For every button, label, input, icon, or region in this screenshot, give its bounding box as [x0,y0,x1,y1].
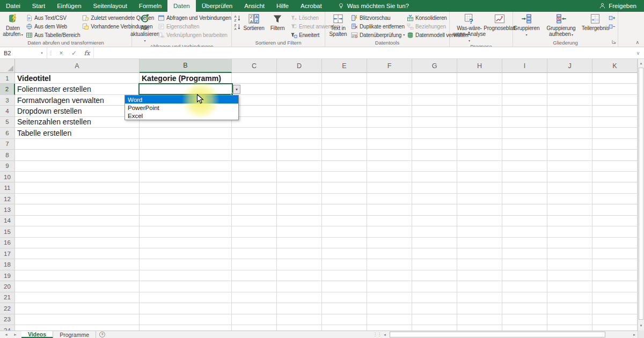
cell-K23[interactable] [592,314,638,325]
cell-F23[interactable] [367,314,412,325]
cell-E15[interactable] [322,226,367,237]
menu-tab-ansicht[interactable]: Ansicht [238,0,270,12]
name-box[interactable]: B2 ▼ [0,47,47,58]
column-header-E[interactable]: E [322,59,367,73]
cell-C14[interactable] [232,216,277,226]
cell-D23[interactable] [277,314,322,325]
cell-J22[interactable] [547,303,592,314]
ribbon-button-sort-ascending[interactable]: AZ [233,13,242,22]
ribbon-button-forecast-sheet[interactable]: Prognoseblatt [488,12,511,31]
formula-input[interactable] [93,47,632,58]
cell-C11[interactable] [232,182,277,193]
cell-C15[interactable] [232,226,277,237]
cell-B9[interactable] [140,161,232,172]
cell-C23[interactable] [232,314,277,325]
scroll-up-icon[interactable]: ▲ [638,59,644,67]
cell-H4[interactable] [457,106,502,116]
ribbon-button-refresh-all[interactable]: Alle aktualisieren ▾ [133,12,157,43]
cell-D4[interactable] [277,106,322,116]
ribbon-button-ungroup[interactable]: Gruppierung aufheben ▾ [539,12,583,37]
cell-C16[interactable] [232,238,277,248]
cell-E9[interactable] [322,161,367,172]
tab-scroll-splitter[interactable]: ⋮⋮ [375,331,380,338]
cell-F21[interactable] [367,292,412,303]
cell-G1[interactable] [412,73,457,84]
cell-E7[interactable] [322,139,367,150]
cell-B19[interactable] [140,270,232,281]
cell-K20[interactable] [592,281,638,292]
cell-G11[interactable] [412,182,457,193]
cell-C22[interactable] [232,303,277,314]
cell-D11[interactable] [277,182,322,193]
cell-J13[interactable] [547,204,592,215]
cell-F18[interactable] [367,259,412,270]
cell-B6[interactable] [140,128,232,138]
cell-I2[interactable] [502,84,547,94]
cell-K18[interactable] [592,259,638,270]
menu-tab-seitenlayout[interactable]: Seitenlayout [87,0,133,12]
cell-F6[interactable] [367,128,412,138]
tell-me-box[interactable]: Was möchten Sie tun? [332,0,414,12]
cell-J14[interactable] [547,216,592,226]
row-header-24[interactable]: 24 [0,325,15,330]
cell-K14[interactable] [592,216,638,226]
vertical-scrollbar-thumb[interactable] [639,68,643,320]
cell-E5[interactable] [322,117,367,128]
cell-F2[interactable] [367,84,412,94]
cell-H21[interactable] [457,292,502,303]
cell-H11[interactable] [457,182,502,193]
cell-H17[interactable] [457,248,502,259]
cell-J21[interactable] [547,292,592,303]
dialog-launcher-icon[interactable] [612,39,616,45]
row-header-20[interactable]: 20 [0,281,15,292]
cell-H5[interactable] [457,117,502,128]
cell-A17[interactable] [15,248,140,259]
cell-G9[interactable] [412,161,457,172]
cell-A7[interactable] [15,139,140,150]
cell-H6[interactable] [457,128,502,138]
ribbon-button-filter[interactable]: Filtern [266,12,289,31]
cell-I24[interactable] [502,325,547,330]
cell-I9[interactable] [502,161,547,172]
cell-F15[interactable] [367,226,412,237]
cell-H24[interactable] [457,325,502,330]
cell-J7[interactable] [547,139,592,150]
ribbon-button-data-validation[interactable]: Datenüberprüfung▾ [350,31,406,39]
cell-F24[interactable] [367,325,412,330]
cell-A5[interactable]: Seitenzahlen erstellen [15,117,140,128]
column-header-G[interactable]: G [412,59,457,73]
cell-F5[interactable] [367,117,412,128]
hscroll-left-icon[interactable]: ◄ [382,331,388,338]
cell-J17[interactable] [547,248,592,259]
cell-D17[interactable] [277,248,322,259]
cell-A9[interactable] [15,161,140,172]
cell-J18[interactable] [547,259,592,270]
cell-G7[interactable] [412,139,457,150]
column-header-F[interactable]: F [367,59,412,73]
enter-icon[interactable]: ✓ [68,47,80,58]
row-header-6[interactable]: 6 [0,128,15,138]
cell-K13[interactable] [592,204,638,215]
ribbon-button-from-table-range[interactable]: Aus Tabelle/Bereich [25,31,81,39]
column-header-I[interactable]: I [502,59,547,73]
cell-I20[interactable] [502,281,547,292]
cell-I4[interactable] [502,106,547,116]
hscroll-right-icon[interactable]: ► [631,331,638,338]
ribbon-button-from-text-csv[interactable]: Aus Text/CSV [25,13,81,22]
dropdown-item-excel[interactable]: Excel [125,112,238,120]
cell-E18[interactable] [322,259,367,270]
cell-H9[interactable] [457,161,502,172]
cell-E6[interactable] [322,128,367,138]
cell-E14[interactable] [322,216,367,226]
cell-F4[interactable] [367,106,412,116]
row-header-19[interactable]: 19 [0,270,15,281]
menu-tab-einf-gen[interactable]: Einfügen [51,0,87,12]
cell-E8[interactable] [322,150,367,160]
cell-I18[interactable] [502,259,547,270]
select-all-corner[interactable] [0,59,15,73]
row-header-17[interactable]: 17 [0,248,15,259]
cell-J8[interactable] [547,150,592,160]
cell-E11[interactable] [322,182,367,193]
column-header-H[interactable]: H [457,59,502,73]
cell-I14[interactable] [502,216,547,226]
